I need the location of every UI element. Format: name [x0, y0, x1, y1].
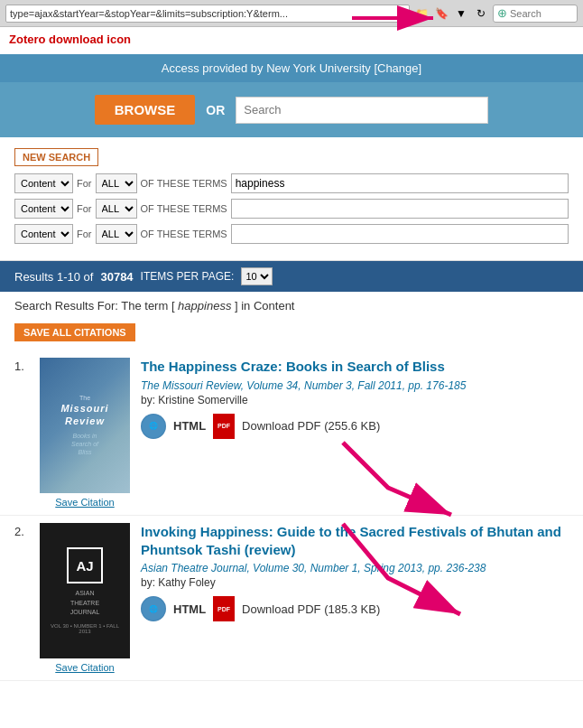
search-row-1: Content For ALL OF THESE TERMS [14, 173, 569, 193]
thumbnail-missouri: The Missouri Review Books inSearch ofBli… [40, 358, 130, 493]
results-total: 30784 [100, 270, 133, 284]
results-description: Search Results For: The term [ happiness… [0, 292, 583, 320]
search-term-2[interactable] [231, 199, 569, 219]
search-term-1[interactable] [231, 173, 569, 193]
browser-icons: 📁 🔖 ▼ ↻ [413, 5, 489, 22]
result-title-2[interactable]: Invoking Happiness: Guide to the Sacred … [141, 523, 569, 558]
search-row-3: Content For ALL OF THESE TERMS [14, 224, 569, 244]
result-number-2: 2. [14, 523, 29, 673]
of-these-terms-2: OF THESE TERMS [141, 203, 227, 214]
dropdown-icon[interactable]: ▼ [453, 5, 469, 22]
results-label: Results 1-10 of [14, 270, 93, 284]
result-journal-2: Asian Theatre Journal, Volume 30, Number… [141, 562, 569, 574]
browser-chrome: 📁 🔖 ▼ ↻ ⊕ [0, 0, 583, 27]
html-link-1[interactable]: HTML [173, 419, 206, 433]
scope-select-1[interactable]: ALL [96, 173, 137, 193]
scope-select-2[interactable]: ALL [96, 199, 137, 219]
save-citation-2[interactable]: Save Citation [40, 662, 130, 673]
for-label-3: For [77, 229, 92, 239]
result-thumbnail-2: AJ ASIANTHEATREJOURNAL VOL 30 • NUMBER 1… [40, 523, 130, 658]
search-form: NEW SEARCH Content For ALL OF THESE TERM… [0, 137, 583, 261]
field-select-2[interactable]: Content [14, 199, 73, 219]
browse-button[interactable]: BROWSE [95, 95, 196, 125]
result-item-1: 1. The Missouri Review Books inSearch of… [0, 350, 583, 516]
browse-section: BROWSE OR [0, 82, 583, 137]
asian-logo: AJ [67, 547, 103, 583]
folder-icon[interactable]: 📁 [413, 5, 430, 22]
field-select-1[interactable]: Content [14, 173, 73, 193]
pdf-icon-1: PDF [213, 414, 235, 439]
for-label-2: For [77, 203, 92, 214]
access-bar: Access provided by New York University [… [0, 54, 583, 82]
of-these-terms-1: OF THESE TERMS [141, 178, 227, 189]
refresh-icon[interactable]: ↻ [473, 5, 489, 22]
save-citation-1[interactable]: Save Citation [40, 497, 130, 508]
pdf-link-2[interactable]: Download PDF (185.3 KB) [242, 602, 380, 616]
for-label-1: For [77, 178, 92, 189]
save-all-citations-button[interactable]: SAVE ALL CITATIONS [14, 323, 135, 341]
result-thumbnail-1: The Missouri Review Books inSearch ofBli… [40, 358, 130, 493]
result-author-2: by: Kathy Foley [141, 576, 569, 589]
result-item-2: 2. AJ ASIANTHEATREJOURNAL VOL 30 • NUMBE… [0, 516, 583, 681]
results-bar: Results 1-10 of 30784 ITEMS PER PAGE: 10… [0, 261, 583, 292]
result-journal-1: The Missouri Review, Volume 34, Number 3… [141, 379, 569, 392]
result-actions-1: 🌐 HTML PDF Download PDF (255.6 KB) [141, 414, 569, 439]
bookmark-icon[interactable]: 🔖 [433, 5, 449, 22]
change-link[interactable]: [Change] [374, 61, 421, 75]
pdf-icon-2: PDF [213, 596, 235, 621]
result-author-1: by: Kristine Somerville [141, 394, 569, 406]
field-select-3[interactable]: Content [14, 224, 73, 244]
result-number-1: 1. [14, 358, 29, 508]
html-link-2[interactable]: HTML [173, 602, 206, 616]
pdf-link-1[interactable]: Download PDF (255.6 KB) [242, 419, 380, 433]
result-content-2: Invoking Happiness: Guide to the Sacred … [141, 523, 569, 673]
search-input[interactable] [236, 97, 488, 124]
browser-search-box[interactable]: ⊕ [493, 5, 578, 23]
of-these-terms-3: OF THESE TERMS [141, 229, 227, 239]
search-row-2: Content For ALL OF THESE TERMS [14, 199, 569, 219]
result-content-1: The Happiness Craze: Books in Search of … [141, 358, 569, 508]
scope-select-3[interactable]: ALL [96, 224, 137, 244]
url-bar[interactable] [5, 5, 410, 23]
or-text: OR [206, 103, 225, 117]
result-title-1[interactable]: The Happiness Craze: Books in Search of … [141, 358, 569, 376]
thumbnail-asian: AJ ASIANTHEATREJOURNAL VOL 30 • NUMBER 1… [40, 523, 130, 658]
html-icon-1: 🌐 [141, 414, 166, 439]
per-page-select[interactable]: 10 25 50 [241, 267, 273, 285]
browser-search-input[interactable] [510, 8, 573, 19]
search-term-3[interactable] [231, 224, 569, 244]
result-actions-2: 🌐 HTML PDF Download PDF (185.3 KB) [141, 596, 569, 621]
zotero-annotation-label: Zotero download icon [9, 33, 131, 46]
zotero-icon: ⊕ [497, 6, 507, 20]
items-per-page-label: ITEMS PER PAGE: [141, 270, 235, 283]
html-icon-2: 🌐 [141, 596, 166, 621]
new-search-button[interactable]: NEW SEARCH [14, 148, 98, 166]
